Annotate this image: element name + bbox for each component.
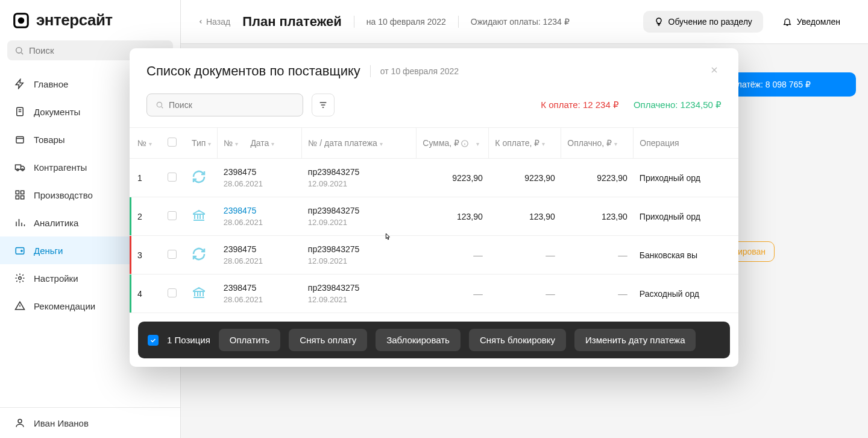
svg-rect-8 (16, 191, 19, 194)
user-profile[interactable]: Иван Иванов (0, 407, 180, 438)
svg-point-13 (21, 250, 22, 252)
svg-point-1 (19, 18, 24, 23)
brand-logo: энтерсайт (0, 0, 180, 40)
svg-point-16 (157, 102, 162, 107)
header-date: на 10 февраля 2022 (366, 17, 446, 27)
modal-subtitle: от 10 февраля 2022 (380, 66, 459, 76)
svg-point-2 (16, 47, 22, 52)
chevron-left-icon (198, 19, 204, 25)
row-index: 4 (131, 275, 162, 313)
col-operation[interactable]: Операция (634, 128, 738, 159)
modal-search[interactable] (146, 94, 303, 116)
total-to-pay: К оплате: 12 234 ₽ (541, 100, 619, 110)
sliders-icon (318, 100, 328, 110)
supplier-documents-modal: Список документов по поставщику от 10 фе… (130, 48, 738, 367)
selection-actionbar: 1 Позиция Оплатить Снять оплату Заблокир… (138, 322, 730, 358)
row-type (186, 275, 218, 313)
search-icon (14, 46, 24, 56)
col-index[interactable]: № (131, 128, 162, 159)
row-doc[interactable]: 239847528.06.2021 (218, 236, 302, 275)
row-index: 2 (131, 197, 162, 236)
row-payment: пр23984327512.09.2021 (302, 159, 417, 197)
col-payment[interactable]: № / дата платежа (302, 128, 417, 159)
row-paid: 123,90 (561, 197, 634, 236)
back-link[interactable]: Назад (198, 17, 230, 27)
bank-icon (192, 208, 206, 223)
col-type[interactable]: Тип (186, 128, 218, 159)
row-doc[interactable]: 239847528.06.2021 (218, 197, 302, 236)
svg-point-14 (19, 277, 22, 280)
notifications-button[interactable]: Уведомлен (772, 11, 851, 33)
row-topay: 9223,90 (489, 159, 561, 197)
table-row[interactable]: 2 239847528.06.2021 пр23984327512.09.202… (130, 197, 738, 236)
header-awaiting: Ожидают оплаты: 1234 ₽ (471, 17, 570, 27)
table-row[interactable]: 4 239847528.06.2021 пр23984327512.09.202… (130, 275, 738, 313)
action-unpay[interactable]: Снять оплату (289, 329, 367, 351)
row-doc[interactable]: 239847528.06.2021 (218, 159, 302, 197)
row-checkbox[interactable] (162, 275, 186, 313)
gear-icon (14, 273, 25, 284)
action-change-date[interactable]: Изменить дату платежа (574, 329, 696, 351)
bell-icon (782, 17, 792, 27)
document-icon (14, 106, 25, 117)
col-checkbox[interactable] (162, 128, 186, 159)
row-sum: –– (417, 275, 489, 313)
truck-icon (14, 162, 25, 173)
row-index: 3 (131, 236, 162, 275)
row-sum: 123,90 (417, 197, 489, 236)
svg-rect-9 (21, 191, 24, 194)
filter-button[interactable] (312, 94, 335, 116)
svg-rect-11 (21, 196, 24, 199)
col-sum[interactable]: Сумма, ₽ (417, 128, 489, 159)
divider (458, 16, 459, 28)
row-sum: 9223,90 (417, 159, 489, 197)
col-num-date[interactable]: №Дата (218, 128, 302, 159)
bank-icon (192, 285, 206, 300)
bars-icon (14, 217, 25, 228)
col-paid[interactable]: Оплачно, ₽ (561, 128, 634, 159)
selection-count: 1 Позиция (167, 335, 210, 345)
action-pay[interactable]: Оплатить (219, 329, 281, 351)
search-icon (156, 101, 164, 109)
learn-button[interactable]: Обучение по разделу (643, 11, 763, 33)
row-payment: пр23984327512.09.2021 (302, 197, 417, 236)
svg-rect-10 (16, 196, 19, 199)
svg-point-15 (18, 419, 22, 423)
action-block[interactable]: Заблокировать (376, 329, 461, 351)
refresh-icon (192, 247, 206, 261)
row-type (186, 197, 218, 236)
row-operation: Приходный орд (634, 159, 738, 197)
page-title: План платежей (242, 14, 342, 30)
action-unblock[interactable]: Снять блокировку (469, 329, 566, 351)
selection-checkbox[interactable] (148, 335, 159, 346)
close-button[interactable] (707, 62, 722, 80)
row-payment: пр23984327512.09.2021 (302, 275, 417, 313)
row-topay: –– (489, 275, 561, 313)
table-row[interactable]: 1 239847528.06.2021 пр23984327512.09.202… (130, 159, 738, 197)
topbar: Назад План платежей на 10 февраля 2022 О… (181, 0, 868, 44)
row-checkbox[interactable] (162, 236, 186, 275)
user-icon (14, 417, 25, 428)
row-paid: 9223,90 (561, 159, 634, 197)
grid-icon (14, 189, 25, 200)
row-type (186, 236, 218, 275)
bulb-icon (654, 17, 664, 27)
bolt-icon (14, 78, 25, 89)
row-payment: пр23984327512.09.2021 (302, 236, 417, 275)
table-row[interactable]: 3 239847528.06.2021 пр23984327512.09.202… (130, 236, 738, 275)
row-checkbox[interactable] (162, 197, 186, 236)
modal-search-input[interactable] (169, 100, 294, 110)
row-type (186, 159, 218, 197)
row-paid: –– (561, 275, 634, 313)
col-topay[interactable]: К оплате, ₽ (489, 128, 561, 159)
total-paid: Оплачено: 1234,50 ₽ (634, 100, 722, 110)
package-icon (14, 134, 25, 145)
wallet-icon (14, 245, 25, 256)
row-checkbox[interactable] (162, 159, 186, 197)
modal-title: Список документов по поставщику (146, 63, 360, 79)
info-icon (461, 139, 469, 148)
row-index: 1 (131, 159, 162, 197)
row-topay: –– (489, 236, 561, 275)
row-doc[interactable]: 239847528.06.2021 (218, 275, 302, 313)
row-operation: Расходный орд (634, 275, 738, 313)
